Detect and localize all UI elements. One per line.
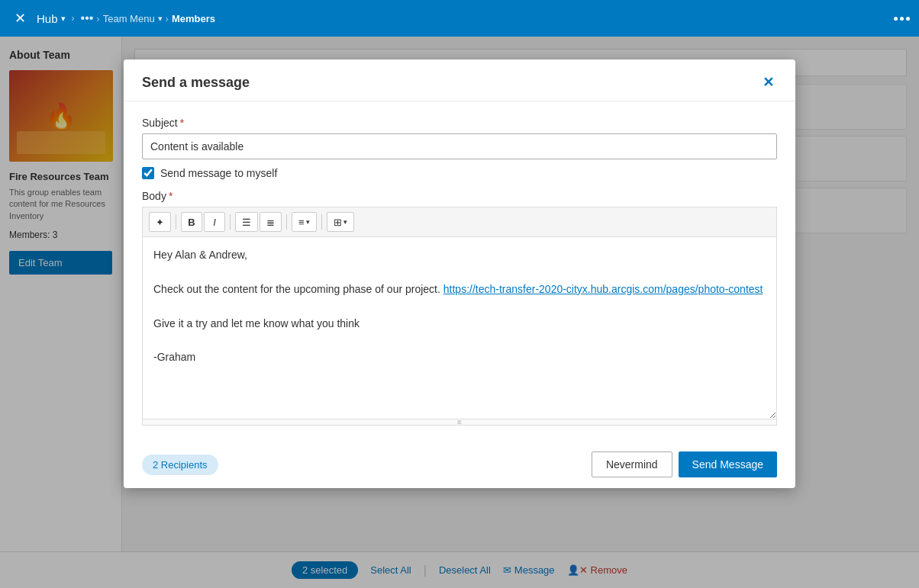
- toolbar-sep-3: [286, 214, 287, 230]
- body-required: *: [169, 190, 173, 202]
- nevermind-button[interactable]: Nevermind: [592, 451, 672, 477]
- modal-header: Send a message ✕: [124, 59, 795, 101]
- top-nav: ✕ Hub ▾ › ••• › Team Menu ▾ › Members: [0, 0, 919, 37]
- magic-toolbar-btn[interactable]: ✦: [149, 212, 171, 232]
- team-menu-nav[interactable]: Team Menu: [103, 13, 155, 24]
- bold-icon: B: [188, 217, 195, 228]
- align-toolbar-btn[interactable]: ≡ ▾: [292, 212, 317, 232]
- body-label: Body *: [142, 190, 777, 202]
- list-ul-icon: ☰: [242, 217, 251, 228]
- hub-label: Hub: [37, 12, 58, 25]
- subject-input[interactable]: [142, 133, 777, 159]
- nav-separator-1: ›: [72, 13, 75, 24]
- list-ul-toolbar-btn[interactable]: ☰: [235, 212, 258, 232]
- body-link[interactable]: https://tech-transfer-2020-cityx.hub.arc…: [443, 283, 763, 295]
- italic-toolbar-btn[interactable]: I: [204, 212, 225, 232]
- hub-dropdown-arrow[interactable]: ▾: [61, 14, 66, 24]
- nav-dropdown-arrow[interactable]: ▾: [158, 14, 163, 24]
- editor-resize-handle[interactable]: [142, 419, 777, 426]
- members-nav[interactable]: Members: [172, 13, 215, 24]
- italic-icon: I: [213, 217, 216, 228]
- magic-icon: ✦: [156, 217, 164, 228]
- modal-body: Subject * Send message to myself Body *: [124, 101, 795, 441]
- body-editor[interactable]: Hey Alan & Andrew, Check out the content…: [142, 236, 777, 419]
- list-ol-icon: ≣: [266, 217, 275, 228]
- toolbar-sep-4: [321, 214, 322, 230]
- breadcrumb: ••• › Team Menu ▾ › Members: [81, 11, 216, 25]
- toolbar-sep-1: [176, 214, 176, 230]
- body-line-7: -Graham: [153, 349, 766, 365]
- table-arrow-icon: ▾: [343, 218, 347, 226]
- body-line-6: [153, 332, 766, 349]
- subject-label: Subject *: [142, 117, 777, 129]
- body-line-1: Hey Alan & Andrew,: [153, 246, 766, 263]
- send-to-myself-checkbox[interactable]: [142, 167, 154, 179]
- body-line-2: [153, 263, 766, 280]
- send-message-button[interactable]: Send Message: [679, 451, 777, 477]
- send-to-myself-label[interactable]: Send message to myself: [160, 167, 277, 179]
- modal-footer: 2 Recipients Nevermind Send Message: [124, 441, 795, 488]
- body-line-3: Check out the content for the upcoming p…: [153, 281, 766, 297]
- list-ol-toolbar-btn[interactable]: ≣: [260, 212, 282, 232]
- recipients-badge: 2 Recipients: [142, 455, 218, 475]
- bold-toolbar-btn[interactable]: B: [181, 212, 202, 232]
- table-toolbar-btn[interactable]: ⊞ ▾: [327, 212, 354, 232]
- app-shell: ✕ Hub ▾ › ••• › Team Menu ▾ › Members Ab…: [0, 0, 919, 588]
- subject-required: *: [180, 117, 184, 129]
- main-content: About Team 🔥 Fire Resources Team This gr…: [0, 37, 919, 588]
- body-line-4: [153, 297, 766, 314]
- nav-dots-icon: •••: [81, 11, 94, 25]
- body-line-5: Give it a try and let me know what you t…: [153, 315, 766, 332]
- align-icon: ≡: [298, 217, 305, 228]
- footer-buttons: Nevermind Send Message: [592, 451, 777, 477]
- more-menu-icon[interactable]: [894, 17, 910, 21]
- editor-toolbar: ✦ B I ☰ ≣: [142, 207, 777, 236]
- table-icon: ⊞: [334, 217, 342, 228]
- align-arrow-icon: ▾: [306, 218, 310, 226]
- hub-nav-item[interactable]: Hub ▾: [37, 12, 66, 25]
- send-to-myself-row: Send message to myself: [142, 167, 777, 179]
- close-icon[interactable]: ✕: [9, 8, 31, 29]
- send-message-modal: Send a message ✕ Subject * Send message …: [124, 59, 795, 488]
- modal-close-button[interactable]: ✕: [759, 73, 777, 92]
- toolbar-sep-2: [230, 214, 231, 230]
- modal-overlay: Send a message ✕ Subject * Send message …: [0, 37, 919, 588]
- modal-title: Send a message: [142, 75, 250, 91]
